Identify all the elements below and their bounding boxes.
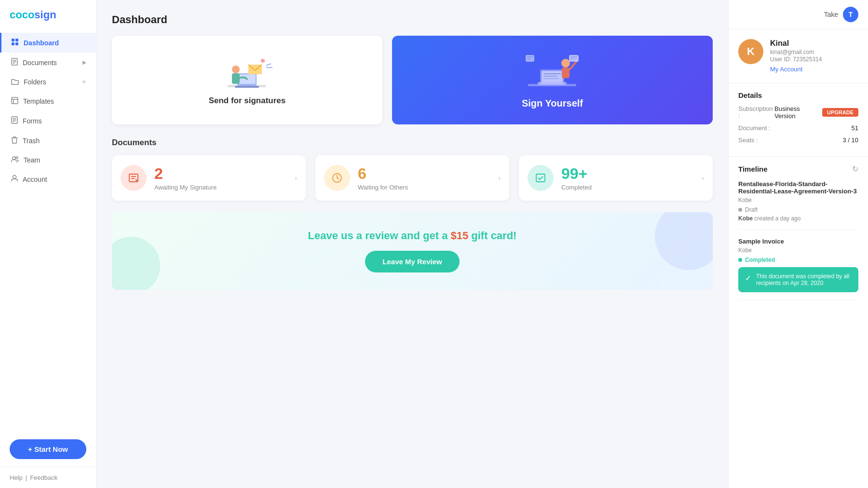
sidebar-nav: Dashboard Documents ▶ Folders +: [0, 29, 96, 434]
seats-row: Seats : 3 / 10: [738, 136, 858, 144]
user-name: Kinal: [770, 39, 858, 48]
start-now-button[interactable]: + Start Now: [10, 439, 86, 459]
document-row: Document : 51: [738, 124, 858, 132]
subscription-row: Subscription : Business Version UPGRADE: [738, 105, 858, 120]
sidebar-item-account[interactable]: Account: [0, 169, 96, 189]
svg-point-35: [561, 59, 570, 68]
sidebar-item-dashboard[interactable]: Dashboard: [0, 33, 96, 53]
sidebar-item-team[interactable]: Team: [0, 150, 96, 169]
action-text: created a day ago: [754, 215, 800, 222]
timeline-status: Completed: [738, 257, 858, 263]
footer-separator: |: [26, 474, 27, 481]
folders-icon: [11, 78, 19, 86]
user-email: kinal@gmail.com: [770, 49, 858, 55]
timeline-item: Rentallease-Florida-Standard-Residential…: [738, 180, 858, 230]
expand-icon: ▶: [82, 59, 86, 66]
timeline-section: Timeline ↻ Rentallease-Florida-Standard-…: [729, 157, 868, 488]
completed-card[interactable]: 99+ Completed ›: [519, 155, 713, 201]
svg-rect-3: [15, 42, 18, 45]
sidebar-item-forms[interactable]: Forms: [0, 111, 96, 131]
help-link[interactable]: Help: [10, 474, 23, 481]
sidebar-item-documents[interactable]: Documents ▶: [0, 53, 96, 72]
svg-rect-8: [12, 97, 18, 104]
svg-line-26: [266, 64, 271, 66]
svg-rect-37: [569, 55, 579, 62]
sign-yourself-card[interactable]: Sign Yourself: [392, 36, 713, 124]
timeline-status: Draft: [738, 206, 858, 213]
completed-arrow-icon: ›: [702, 174, 704, 182]
user-id-value: 723525314: [793, 56, 822, 63]
awaiting-icon-circle: [121, 165, 147, 191]
center-area: Dashboard: [96, 0, 728, 488]
svg-rect-47: [536, 174, 545, 182]
waiting-others-card[interactable]: 6 Waiting for Others ›: [315, 155, 509, 201]
timeline-who: Kobe: [738, 197, 858, 203]
svg-rect-2: [12, 42, 14, 45]
take-label: Take: [824, 11, 838, 18]
svg-rect-0: [12, 39, 14, 41]
logo[interactable]: cocosign: [0, 0, 96, 29]
action-cards: Send for signatures: [112, 36, 713, 124]
svg-point-15: [13, 157, 15, 160]
team-icon: [11, 156, 19, 164]
sidebar-item-label: Dashboard: [24, 39, 59, 47]
timeline-action: Kobe created a day ago: [738, 215, 858, 222]
svg-rect-40: [526, 55, 534, 62]
subscription-value: Business Version UPGRADE: [774, 105, 858, 120]
details-title: Details: [738, 91, 858, 99]
take-avatar[interactable]: T: [843, 7, 858, 22]
document-stats-row: 2 Awaiting My Signature › 6: [112, 155, 713, 201]
sidebar-item-label: Templates: [23, 97, 54, 105]
svg-rect-1: [15, 39, 18, 41]
leave-my-review-button[interactable]: Leave My Review: [365, 251, 459, 272]
awaiting-stat-info: 2 Awaiting My Signature: [154, 165, 287, 191]
sidebar-footer: Help | Feedback: [0, 467, 96, 488]
add-folder-icon[interactable]: +: [82, 78, 86, 86]
timeline-who: Kobe: [738, 247, 858, 254]
send-for-signatures-card[interactable]: Send for signatures: [112, 36, 382, 124]
page-title: Dashboard: [112, 14, 713, 26]
trash-icon: [11, 136, 18, 145]
feedback-link[interactable]: Feedback: [30, 474, 57, 481]
forms-icon: [11, 116, 18, 125]
seats-label: Seats :: [738, 136, 758, 144]
document-value: 51: [852, 124, 858, 132]
sidebar-item-label: Team: [24, 156, 40, 164]
awaiting-label: Awaiting My Signature: [154, 184, 287, 191]
awaiting-signature-card[interactable]: 2 Awaiting My Signature ›: [112, 155, 306, 201]
svg-rect-36: [562, 68, 570, 78]
my-account-link[interactable]: My Account: [770, 66, 802, 73]
status-text: Draft: [745, 206, 758, 213]
sidebar-item-trash[interactable]: Trash: [0, 131, 96, 150]
sidebar: cocosign Dashboard Documents ▶: [0, 0, 96, 488]
sidebar-item-label: Forms: [23, 117, 42, 125]
main-scroll: Dashboard: [96, 0, 728, 488]
send-card-label: Send for signatures: [209, 96, 286, 106]
user-id-label: User ID:: [770, 56, 791, 63]
seats-value: 3 / 10: [842, 136, 858, 144]
review-highlight: $15: [450, 230, 468, 242]
upgrade-button[interactable]: UPGRADE: [822, 108, 858, 117]
user-avatar: K: [738, 39, 763, 64]
timeline-doc-name: Rentallease-Florida-Standard-Residential…: [738, 180, 858, 195]
awaiting-count: 2: [154, 165, 287, 183]
waiting-arrow-icon: ›: [498, 174, 501, 182]
refresh-icon[interactable]: ↻: [852, 164, 858, 174]
sidebar-item-folders[interactable]: Folders +: [0, 72, 96, 92]
waiting-label: Waiting for Others: [358, 184, 490, 191]
templates-icon: [11, 97, 18, 106]
waiting-stat-info: 6 Waiting for Others: [358, 165, 490, 191]
details-section: Details Subscription : Business Version …: [729, 83, 868, 157]
right-panel: Take T K Kinal kinal@gmail.com User ID: …: [728, 0, 868, 488]
sidebar-item-templates[interactable]: Templates: [0, 92, 96, 111]
documents-section-title: Documents: [112, 138, 713, 148]
user-profile: K Kinal kinal@gmail.com User ID: 7235253…: [729, 29, 868, 83]
completed-icon-circle: [528, 165, 554, 191]
svg-point-22: [232, 66, 240, 73]
timeline-header: Timeline ↻: [738, 164, 858, 174]
top-header: Take T: [729, 0, 868, 29]
sidebar-item-label: Documents: [23, 59, 57, 67]
waiting-icon-circle: [324, 165, 350, 191]
completed-label: Completed: [561, 184, 694, 191]
timeline-item: Sample Invoice Kobe Completed ✓ This doc…: [738, 238, 858, 300]
